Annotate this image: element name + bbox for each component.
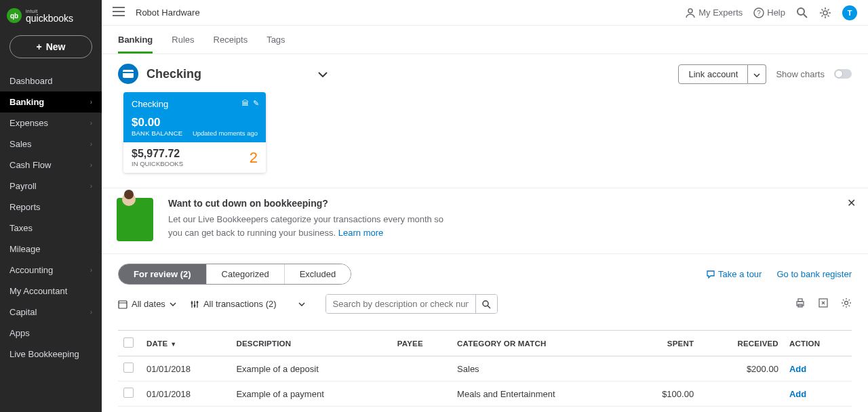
- search-button[interactable]: [475, 295, 497, 313]
- account-header: Checking Link account Show charts: [118, 64, 852, 84]
- svg-rect-5: [123, 70, 134, 78]
- table-toolbar: For review (2)CategorizedExcluded Take a…: [118, 264, 852, 285]
- new-button[interactable]: + New: [9, 35, 92, 58]
- cell-spent: [629, 356, 699, 382]
- svg-point-8: [191, 302, 193, 304]
- col-payee[interactable]: PAYEE: [392, 331, 452, 356]
- svg-rect-7: [119, 301, 127, 308]
- card-name: Checking: [132, 99, 258, 109]
- chevron-right-icon: ›: [90, 308, 92, 316]
- col-category[interactable]: CATEGORY OR MATCH: [452, 331, 629, 356]
- col-received[interactable]: RECEIVED: [699, 331, 784, 356]
- segment-for-review-[interactable]: For review (2): [119, 264, 207, 284]
- avatar[interactable]: T: [842, 5, 857, 20]
- account-dropdown-icon[interactable]: [318, 68, 328, 80]
- promo-title: Want to cut down on bookkeeping?: [168, 198, 453, 209]
- sidebar-item-sales[interactable]: Sales›: [0, 133, 102, 154]
- menu-icon[interactable]: [113, 7, 125, 19]
- account-icon: [118, 64, 138, 84]
- search-icon[interactable]: [796, 7, 808, 19]
- select-all-checkbox[interactable]: [123, 337, 134, 348]
- cell-spent: $100.00: [629, 382, 699, 407]
- sidebar-item-accounting[interactable]: Accounting›: [0, 260, 102, 281]
- segment-excluded[interactable]: Excluded: [285, 264, 351, 284]
- sidebar-item-apps[interactable]: Apps: [0, 323, 102, 344]
- card-review-count: 2: [250, 149, 258, 167]
- sidebar-item-mileage[interactable]: Mileage: [0, 239, 102, 260]
- sidebar: qb intuit quickbooks + New DashboardBank…: [0, 0, 102, 412]
- help-link[interactable]: ? Help: [753, 7, 785, 18]
- date-filter[interactable]: All dates: [118, 299, 176, 309]
- sidebar-item-live-bookkeeping[interactable]: Live Bookkeeping: [0, 344, 102, 365]
- sidebar-item-my-accountant[interactable]: My Accountant: [0, 281, 102, 302]
- sort-arrow-icon: ▼: [170, 341, 176, 348]
- card-balance: $0.00: [132, 116, 258, 129]
- show-charts-toggle[interactable]: [834, 69, 852, 79]
- account-card[interactable]: Checking 🏛 ✎ $0.00 BANK BALANCE Updated …: [123, 92, 266, 173]
- bookkeeper-illustration: [117, 198, 153, 241]
- col-description[interactable]: DESCRIPTION: [231, 331, 391, 356]
- settings-icon[interactable]: [841, 297, 852, 311]
- svg-point-11: [483, 301, 488, 306]
- table-row[interactable]: 01/01/2018 Example of a deposit Sales $2…: [118, 356, 852, 382]
- chevron-right-icon: ›: [90, 266, 92, 274]
- subtabs: BankingRulesReceiptsTags: [102, 26, 868, 54]
- row-checkbox[interactable]: [123, 388, 134, 398]
- row-checkbox[interactable]: [123, 363, 134, 373]
- close-icon[interactable]: ✕: [847, 197, 856, 209]
- tab-tags[interactable]: Tags: [267, 35, 285, 54]
- link-account-dropdown[interactable]: [748, 64, 766, 84]
- add-button[interactable]: Add: [789, 389, 806, 399]
- promo-banner: Want to cut down on bookkeeping? Let our…: [102, 188, 868, 254]
- company-name: Robot Hardware: [136, 7, 200, 18]
- sidebar-item-payroll[interactable]: Payroll›: [0, 176, 102, 197]
- sidebar-item-capital[interactable]: Capital›: [0, 302, 102, 323]
- add-button[interactable]: Add: [789, 364, 806, 374]
- promo-learn-more[interactable]: Learn more: [338, 228, 383, 238]
- table-row[interactable]: 01/01/2018 Example of a payment Meals an…: [118, 382, 852, 407]
- svg-point-0: [688, 9, 692, 13]
- my-experts-link[interactable]: My Experts: [685, 7, 743, 18]
- chevron-right-icon: ›: [90, 119, 92, 127]
- chevron-right-icon: ›: [90, 161, 92, 169]
- tab-banking[interactable]: Banking: [118, 35, 153, 54]
- take-tour-link[interactable]: Take a tour: [706, 269, 762, 279]
- main: Robot Hardware My Experts ? Help T Banki…: [102, 0, 868, 412]
- go-to-register-link[interactable]: Go to bank register: [776, 269, 852, 279]
- cell-received: $200.00: [699, 356, 784, 382]
- cell-date: 01/01/2018: [141, 356, 231, 382]
- chevron-right-icon: ›: [90, 182, 92, 190]
- topbar: Robot Hardware My Experts ? Help T: [102, 0, 868, 26]
- segment-categorized[interactable]: Categorized: [207, 264, 285, 284]
- qb-logo-icon: qb: [7, 8, 22, 23]
- svg-rect-6: [123, 72, 134, 73]
- tab-receipts[interactable]: Receipts: [214, 35, 248, 54]
- sidebar-item-dashboard[interactable]: Dashboard: [0, 70, 102, 91]
- filter-bar: All dates All transactions (2): [118, 294, 852, 314]
- sidebar-item-expenses[interactable]: Expenses›: [0, 112, 102, 133]
- card-updated: Updated moments ago: [193, 129, 258, 137]
- print-icon[interactable]: [795, 297, 806, 311]
- sidebar-item-taxes[interactable]: Taxes: [0, 218, 102, 239]
- pencil-icon[interactable]: ✎: [253, 99, 259, 108]
- link-account-button[interactable]: Link account: [678, 64, 748, 84]
- cell-payee: [392, 356, 452, 382]
- new-button-label: New: [46, 41, 66, 52]
- cell-category: Sales: [452, 356, 629, 382]
- col-spent[interactable]: SPENT: [629, 331, 699, 356]
- sidebar-item-banking[interactable]: Banking›: [0, 91, 102, 112]
- export-icon[interactable]: [818, 297, 829, 311]
- col-date[interactable]: DATE▼: [141, 331, 231, 356]
- bank-icon: 🏛: [241, 99, 249, 108]
- sidebar-item-reports[interactable]: Reports: [0, 197, 102, 218]
- tab-rules[interactable]: Rules: [172, 35, 194, 54]
- sidebar-item-cash-flow[interactable]: Cash Flow›: [0, 154, 102, 176]
- transactions-table: DATE▼ DESCRIPTION PAYEE CATEGORY OR MATC…: [118, 330, 852, 407]
- svg-point-10: [196, 301, 198, 303]
- gear-icon[interactable]: [819, 7, 831, 19]
- search-input[interactable]: [326, 295, 475, 313]
- transactions-filter[interactable]: All transactions (2): [190, 299, 305, 309]
- svg-point-4: [823, 11, 827, 15]
- account-title: Checking: [146, 67, 201, 81]
- svg-point-9: [193, 304, 195, 306]
